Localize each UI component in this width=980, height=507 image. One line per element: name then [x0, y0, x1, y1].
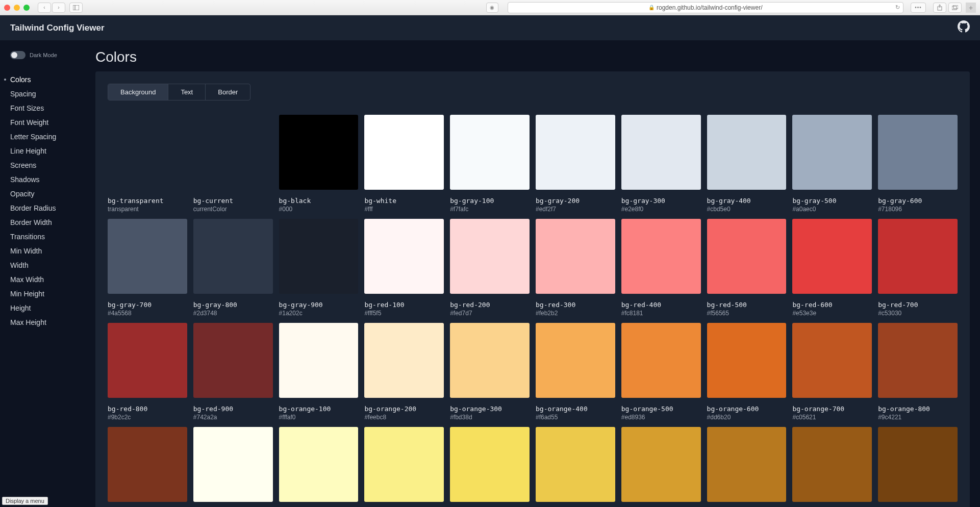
- sidebar-item-opacity[interactable]: Opacity: [10, 190, 95, 198]
- swatch-bg-red-300[interactable]: bg-red-300#feb2b2: [536, 219, 615, 317]
- refresh-icon[interactable]: ↻: [895, 4, 900, 11]
- swatch-bg-gray-500[interactable]: bg-gray-500#a0aec0: [792, 115, 872, 213]
- sidebar-item-border-width[interactable]: Border Width: [10, 218, 95, 226]
- sidebar-item-transitions[interactable]: Transitions: [10, 233, 95, 241]
- new-tab-button[interactable]: +: [966, 3, 976, 13]
- back-button[interactable]: ‹: [38, 3, 51, 13]
- swatch-bg-orange-900[interactable]: bg-orange-900#7b341e: [108, 427, 187, 507]
- swatch-bg-red-400[interactable]: bg-red-400#fc8181: [621, 219, 701, 317]
- share-button[interactable]: [933, 3, 946, 13]
- swatch-bg-orange-300[interactable]: bg-orange-300#fbd38d: [450, 323, 530, 421]
- swatch-bg-black[interactable]: bg-black#000: [279, 115, 359, 213]
- swatch-color-box: [878, 323, 958, 398]
- forward-button[interactable]: ›: [52, 3, 65, 13]
- reader-button[interactable]: ◉: [486, 3, 498, 13]
- swatch-color-box: [108, 323, 187, 398]
- swatch-bg-orange-100[interactable]: bg-orange-100#fffaf0: [279, 323, 359, 421]
- dark-mode-toggle[interactable]: [10, 51, 26, 59]
- swatch-bg-orange-200[interactable]: bg-orange-200#feebc8: [364, 323, 444, 421]
- swatch-bg-gray-600[interactable]: bg-gray-600#718096: [878, 115, 958, 213]
- sidebar-item-border-radius[interactable]: Border Radius: [10, 204, 95, 212]
- close-window-button[interactable]: [4, 5, 10, 11]
- swatch-bg-orange-700[interactable]: bg-orange-700#c05621: [792, 323, 872, 421]
- swatch-bg-gray-100[interactable]: bg-gray-100#f7fafc: [450, 115, 530, 213]
- swatch-color-box: [878, 115, 958, 190]
- swatch-bg-gray-400[interactable]: bg-gray-400#cbd5e0: [707, 115, 787, 213]
- swatch-bg-yellow-500[interactable]: bg-yellow-500#ecc94b: [536, 427, 615, 507]
- swatch-value: #feb2b2: [536, 310, 615, 317]
- swatch-bg-red-700[interactable]: bg-red-700#c53030: [878, 219, 958, 317]
- sidebar-item-screens[interactable]: Screens: [10, 161, 95, 169]
- sidebar-item-height[interactable]: Height: [10, 304, 95, 312]
- sidebar-item-line-height[interactable]: Line Height: [10, 147, 95, 155]
- sidebar-item-shadows[interactable]: Shadows: [10, 175, 95, 184]
- swatch-bg-yellow-300[interactable]: bg-yellow-300#faf089: [364, 427, 444, 507]
- swatch-color-box: [878, 219, 958, 294]
- sidebar-item-width[interactable]: Width: [10, 261, 95, 269]
- sidebar-item-font-sizes[interactable]: Font Sizes: [10, 104, 95, 112]
- swatch-bg-yellow-900[interactable]: bg-yellow-900#744210: [878, 427, 958, 507]
- swatch-name: bg-gray-900: [279, 301, 359, 309]
- swatch-name: bg-orange-400: [536, 405, 615, 413]
- minimize-window-button[interactable]: [14, 5, 20, 11]
- swatch-bg-yellow-600[interactable]: bg-yellow-600#d69e2e: [621, 427, 701, 507]
- swatch-value: #fffaf0: [279, 414, 359, 421]
- sidebar-item-min-width[interactable]: Min Width: [10, 247, 95, 255]
- swatch-name: bg-red-200: [450, 301, 530, 309]
- swatch-bg-orange-600[interactable]: bg-orange-600#dd6b20: [707, 323, 787, 421]
- swatch-bg-red-800[interactable]: bg-red-800#9b2c2c: [108, 323, 187, 421]
- swatch-bg-orange-400[interactable]: bg-orange-400#f6ad55: [536, 323, 615, 421]
- swatch-bg-red-600[interactable]: bg-red-600#e53e3e: [792, 219, 872, 317]
- swatch-color-box: [364, 427, 444, 502]
- swatch-bg-yellow-400[interactable]: bg-yellow-400#f6e05e: [450, 427, 530, 507]
- url-bar[interactable]: 🔒 rogden.github.io/tailwind-config-viewe…: [508, 2, 904, 13]
- swatch-bg-red-200[interactable]: bg-red-200#fed7d7: [450, 219, 530, 317]
- swatch-color-box: [707, 427, 787, 502]
- swatch-color-box: [108, 427, 187, 502]
- swatch-bg-gray-700[interactable]: bg-gray-700#4a5568: [108, 219, 187, 317]
- swatch-name: bg-orange-200: [364, 405, 444, 413]
- swatch-bg-gray-300[interactable]: bg-gray-300#e2e8f0: [621, 115, 701, 213]
- sidebar-toggle-button[interactable]: [69, 3, 83, 13]
- github-icon: [958, 20, 970, 33]
- tab-border[interactable]: Border: [206, 84, 250, 100]
- swatch-bg-red-500[interactable]: bg-red-500#f56565: [707, 219, 787, 317]
- swatch-name: bg-transparent: [108, 197, 187, 205]
- more-button[interactable]: •••: [911, 3, 926, 13]
- swatch-value: #fed7d7: [450, 310, 530, 317]
- github-link[interactable]: [958, 20, 970, 35]
- swatch-bg-orange-500[interactable]: bg-orange-500#ed8936: [621, 323, 701, 421]
- swatch-name: bg-red-300: [536, 301, 615, 309]
- sidebar-item-letter-spacing[interactable]: Letter Spacing: [10, 133, 95, 141]
- sidebar-item-font-weight[interactable]: Font Weight: [10, 118, 95, 126]
- swatch-bg-red-900[interactable]: bg-red-900#742a2a: [193, 323, 273, 421]
- swatch-bg-gray-900[interactable]: bg-gray-900#1a202c: [279, 219, 359, 317]
- tab-text[interactable]: Text: [168, 84, 206, 100]
- swatch-bg-transparent[interactable]: bg-transparenttransparent: [108, 115, 187, 213]
- tab-background[interactable]: Background: [108, 84, 168, 100]
- sidebar-item-spacing[interactable]: Spacing: [10, 90, 95, 98]
- swatch-bg-white[interactable]: bg-white#fff: [364, 115, 444, 213]
- swatch-bg-gray-200[interactable]: bg-gray-200#edf2f7: [536, 115, 615, 213]
- swatch-bg-gray-800[interactable]: bg-gray-800#2d3748: [193, 219, 273, 317]
- swatch-color-box: [279, 115, 359, 190]
- swatch-bg-orange-800[interactable]: bg-orange-800#9c4221: [878, 323, 958, 421]
- swatch-name: bg-red-900: [193, 405, 273, 413]
- swatch-color-box: [279, 427, 359, 502]
- sidebar-item-max-height[interactable]: Max Height: [10, 318, 95, 326]
- swatch-color-box: [108, 219, 187, 294]
- swatch-bg-red-100[interactable]: bg-red-100#fff5f5: [364, 219, 444, 317]
- colors-panel: BackgroundTextBorder bg-transparenttrans…: [95, 71, 970, 507]
- swatch-bg-yellow-200[interactable]: bg-yellow-200#fefcbf: [279, 427, 359, 507]
- app-title: Tailwind Config Viewer: [10, 23, 105, 33]
- sidebar-item-max-width[interactable]: Max Width: [10, 275, 95, 284]
- swatch-bg-yellow-100[interactable]: bg-yellow-100#fffff0: [193, 427, 273, 507]
- sidebar-item-colors[interactable]: Colors: [10, 75, 95, 84]
- tabs-button[interactable]: [948, 3, 962, 13]
- swatch-name: bg-gray-300: [621, 197, 701, 205]
- maximize-window-button[interactable]: [23, 5, 30, 11]
- swatch-bg-current[interactable]: bg-currentcurrentColor: [193, 115, 273, 213]
- swatch-bg-yellow-800[interactable]: bg-yellow-800#975a16: [792, 427, 872, 507]
- sidebar-item-min-height[interactable]: Min Height: [10, 290, 95, 298]
- swatch-bg-yellow-700[interactable]: bg-yellow-700#b7791f: [707, 427, 787, 507]
